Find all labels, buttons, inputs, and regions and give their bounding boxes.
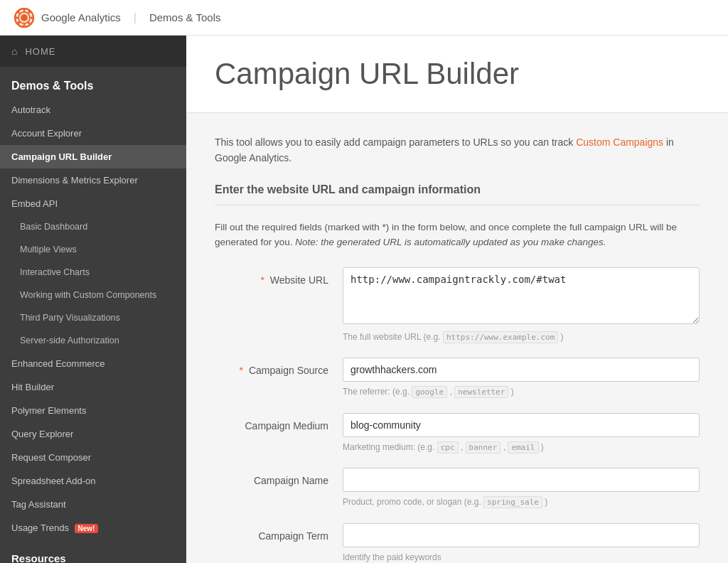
main-content: Campaign URL Builder This tool allows yo… — [186, 36, 728, 563]
intro-text: This tool allows you to easily add campa… — [215, 136, 576, 148]
svg-rect-5 — [23, 24, 26, 27]
website-url-input[interactable]: http://www.campaigntrackly.com/#twat — [343, 267, 700, 324]
svg-rect-6 — [15, 16, 18, 18]
svg-point-2 — [21, 14, 28, 21]
sidebar-item-usage-trends[interactable]: Usage Trends New! — [0, 516, 186, 540]
campaign-medium-label: Campaign Medium — [215, 413, 343, 431]
sidebar-item-embed-api[interactable]: Embed API — [0, 192, 186, 215]
sidebar-item-hit-builder[interactable]: Hit Builder — [0, 375, 186, 399]
campaign-name-row: Campaign Name Product, promo code, or sl… — [215, 468, 700, 509]
website-url-row: * Website URL http://www.campaigntrackly… — [215, 267, 700, 344]
website-url-hint: The full website URL (e.g. https://www.e… — [343, 331, 700, 344]
campaign-medium-input[interactable] — [343, 413, 700, 437]
section-subtitle: Enter the website URL and campaign infor… — [215, 183, 700, 205]
sidebar-item-account-explorer[interactable]: Account Explorer — [0, 122, 186, 145]
campaign-source-row: * Campaign Source The referrer: (e.g. go… — [215, 358, 700, 399]
sidebar-item-interactive-charts[interactable]: Interactive Charts — [0, 261, 186, 284]
form-instructions: Fill out the required fields (marked wit… — [215, 220, 700, 250]
sidebar-item-spreadsheet-addon[interactable]: Spreadsheet Add-on — [0, 469, 186, 493]
sidebar-item-autotrack[interactable]: Autotrack — [0, 98, 186, 122]
page-body: This tool allows you to easily add campa… — [186, 113, 728, 563]
campaign-medium-row: Campaign Medium Marketing medium: (e.g. … — [215, 413, 700, 454]
campaign-term-input[interactable] — [343, 523, 700, 547]
campaign-medium-hint: Marketing medium: (e.g. cpc , banner , e… — [343, 441, 700, 454]
sidebar: ⌂ HOME Demos & Tools Autotrack Account E… — [0, 36, 186, 563]
sidebar-item-tag-assistant[interactable]: Tag Assistant — [0, 493, 186, 516]
topbar-title: Google Analytics — [41, 11, 121, 23]
campaign-source-field: The referrer: (e.g. google , newsletter … — [343, 358, 700, 399]
campaign-source-input[interactable] — [343, 358, 700, 382]
sidebar-item-campaign-url-builder[interactable]: Campaign URL Builder — [0, 145, 186, 168]
campaign-term-row: Campaign Term Identify the paid keywords — [215, 523, 700, 563]
website-url-label: * Website URL — [215, 267, 343, 286]
campaign-source-hint: The referrer: (e.g. google , newsletter … — [343, 385, 700, 399]
home-label: HOME — [25, 46, 55, 57]
campaign-name-field: Product, promo code, or slogan (e.g. spr… — [343, 468, 700, 509]
svg-rect-4 — [23, 9, 26, 11]
campaign-medium-field: Marketing medium: (e.g. cpc , banner , e… — [343, 413, 700, 454]
svg-rect-7 — [31, 16, 33, 18]
page-title: Campaign URL Builder — [215, 57, 700, 91]
campaign-name-input[interactable] — [343, 468, 700, 492]
sidebar-home[interactable]: ⌂ HOME — [0, 36, 186, 67]
required-star: * — [260, 274, 264, 286]
sidebar-item-query-explorer[interactable]: Query Explorer — [0, 422, 186, 446]
topbar-divider: | — [134, 11, 136, 24]
sidebar-resources-title: Resources — [0, 540, 186, 563]
sidebar-item-request-composer[interactable]: Request Composer — [0, 446, 186, 469]
new-badge: New! — [75, 524, 99, 533]
campaign-term-hint: Identify the paid keywords — [343, 551, 700, 563]
sidebar-section-title: Demos & Tools — [0, 67, 186, 98]
sidebar-item-custom-components[interactable]: Working with Custom Components — [0, 284, 186, 306]
custom-campaigns-link[interactable]: Custom Campaigns — [576, 136, 663, 148]
sidebar-item-third-party[interactable]: Third Party Visualizations — [0, 306, 186, 329]
ga-logo-icon — [14, 8, 34, 28]
page-header: Campaign URL Builder — [186, 36, 728, 113]
sidebar-item-dimensions-metrics[interactable]: Dimensions & Metrics Explorer — [0, 168, 186, 192]
sidebar-item-multiple-views[interactable]: Multiple Views — [0, 238, 186, 261]
logo-area: Google Analytics | Demos & Tools — [14, 8, 221, 28]
campaign-source-label: * Campaign Source — [215, 358, 343, 376]
campaign-term-label: Campaign Term — [215, 523, 343, 542]
sidebar-item-polymer-elements[interactable]: Polymer Elements — [0, 399, 186, 422]
sidebar-item-server-side[interactable]: Server-side Authorization — [0, 329, 186, 352]
website-url-field: http://www.campaigntrackly.com/#twat The… — [343, 267, 700, 344]
required-star-2: * — [240, 365, 243, 376]
home-icon: ⌂ — [11, 45, 18, 57]
campaign-term-field: Identify the paid keywords — [343, 523, 700, 563]
sidebar-item-basic-dashboard[interactable]: Basic Dashboard — [0, 215, 186, 238]
sidebar-item-enhanced-ecommerce[interactable]: Enhanced Ecommerce — [0, 352, 186, 375]
topbar-subtitle: Demos & Tools — [149, 11, 221, 23]
campaign-name-hint: Product, promo code, or slogan (e.g. spr… — [343, 495, 700, 509]
main-layout: ⌂ HOME Demos & Tools Autotrack Account E… — [0, 36, 728, 563]
intro-paragraph: This tool allows you to easily add campa… — [215, 134, 700, 166]
top-bar: Google Analytics | Demos & Tools — [0, 0, 728, 36]
campaign-name-label: Campaign Name — [215, 468, 343, 486]
